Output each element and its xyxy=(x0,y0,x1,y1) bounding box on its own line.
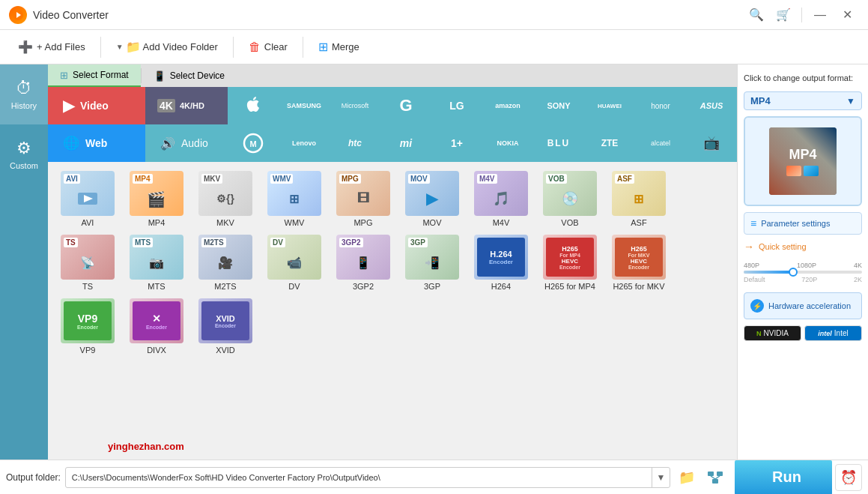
add-files-button[interactable]: ➕ + Add Files xyxy=(6,30,97,64)
slider-thumb[interactable] xyxy=(789,268,798,277)
brand-tv[interactable]: 📺 xyxy=(686,124,737,162)
format-selected-label: MP4 xyxy=(750,95,771,106)
ts-icon: TS 📡 xyxy=(61,235,115,280)
format-mp4[interactable]: MP4 🎬 MP4 xyxy=(123,168,190,230)
alarm-button[interactable]: ⏰ xyxy=(835,464,862,491)
brand-motorola[interactable]: M xyxy=(228,124,279,162)
brand-xiaomi[interactable]: mi xyxy=(380,124,431,162)
cart-icon[interactable]: 🛒 xyxy=(771,4,795,25)
format-h265mp4[interactable]: H265 For MP4 HEVC Encoder H265 for MP4 xyxy=(536,232,604,294)
web-type-button[interactable]: 🌐 Web xyxy=(48,124,145,162)
4k-type-button[interactable]: 4K 4K/HD xyxy=(145,87,228,124)
video-type-button[interactable]: ▶ Video xyxy=(48,87,145,124)
brand-zte[interactable]: ZTE xyxy=(584,124,635,162)
merge-icon: ⊞ xyxy=(318,40,328,54)
gpu-row: N NVIDIA intel Intel xyxy=(744,325,862,341)
format-dv[interactable]: DV 📹 DV xyxy=(261,232,328,294)
mpg-icon: MPG 🎞 xyxy=(336,171,390,216)
format-mov[interactable]: MOV ▶ MOV xyxy=(398,168,466,230)
merge-button[interactable]: ⊞ Merge xyxy=(306,30,371,64)
format-mts[interactable]: MTS 📷 MTS xyxy=(123,232,190,294)
brand-samsung[interactable]: SAMSUNG xyxy=(279,87,330,124)
minimize-button[interactable]: — xyxy=(808,4,832,25)
hardware-acceleration-button[interactable]: ⚡ Hardware acceleration xyxy=(744,292,862,319)
intel-button[interactable]: intel Intel xyxy=(804,325,862,341)
format-dropdown[interactable]: MP4 ▼ xyxy=(744,91,862,110)
nvidia-label: NVIDIA xyxy=(764,329,789,337)
h265mkv-label: H265 for MKV xyxy=(613,282,664,291)
slider-fill xyxy=(744,271,791,274)
add-folder-button[interactable]: ▼ 📁 Add Video Folder xyxy=(104,30,230,64)
format-3gp[interactable]: 3GP 📲 3GP xyxy=(398,232,466,294)
mpg-label: MPG xyxy=(353,218,372,227)
format-3gp2[interactable]: 3GP2 📱 3GP2 xyxy=(330,232,397,294)
titlebar-controls: 🔍 🛒 — ✕ xyxy=(744,4,859,25)
main-container: ⏱ History ⚙ Custom ⊞ Select Format 📱 Sel… xyxy=(0,64,868,460)
format-vob[interactable]: VOB 💿 VOB xyxy=(536,168,604,230)
format-divx[interactable]: ✕ Encoder DIVX xyxy=(123,295,190,358)
brand-amazon[interactable]: amazon xyxy=(482,87,533,124)
vp9-label: VP9 xyxy=(80,346,96,355)
format-mkv[interactable]: MKV ⚙{} MKV xyxy=(192,168,259,230)
format-vp9[interactable]: VP9 Encoder VP9 xyxy=(54,295,121,358)
xvid-label: XVID xyxy=(216,346,235,355)
format-xvid[interactable]: XVID Encoder XVID xyxy=(192,295,259,358)
select-device-tab[interactable]: 📱 Select Device xyxy=(142,64,237,87)
asf-icon: ASF ⊞ xyxy=(612,171,666,216)
format-asf[interactable]: ASF ⊞ ASF xyxy=(605,168,673,230)
wmv-label: WMV xyxy=(285,218,305,227)
sidebar-item-history[interactable]: ⏱ History xyxy=(0,64,48,124)
run-button[interactable]: Run xyxy=(735,460,832,495)
trash-icon: 🗑 xyxy=(249,40,261,54)
parameter-settings-button[interactable]: ≡ Parameter settings xyxy=(744,212,862,235)
format-wmv[interactable]: WMV ⊞ WMV xyxy=(261,168,328,230)
select-format-tab[interactable]: ⊞ Select Format xyxy=(48,64,141,87)
brand-htc[interactable]: htc xyxy=(330,124,380,162)
brand-honor[interactable]: honor xyxy=(635,87,686,124)
format-mpg[interactable]: MPG 🎞 MPG xyxy=(330,168,397,230)
browse-folder-button[interactable]: 📁 xyxy=(675,466,699,490)
brand-asus[interactable]: ASUS xyxy=(686,87,737,124)
3gp-label: 3GP xyxy=(424,282,440,291)
format-avi[interactable]: AVI AVI xyxy=(54,168,121,230)
clear-button[interactable]: 🗑 Clear xyxy=(237,30,300,64)
format-m4v[interactable]: M4V 🎵 M4V xyxy=(467,168,535,230)
svg-rect-8 xyxy=(712,479,718,484)
brand-google[interactable]: G xyxy=(380,87,431,124)
add-files-label: + Add Files xyxy=(37,41,85,52)
brand-alcatel[interactable]: alcatel xyxy=(635,124,686,162)
audio-type-button[interactable]: 🔊 Audio xyxy=(145,124,228,162)
format-h265mkv[interactable]: H265 For MKV HEVC Encoder H265 for MKV xyxy=(605,232,673,294)
brand-nokia[interactable]: NOKIA xyxy=(482,124,533,162)
close-button[interactable]: ✕ xyxy=(835,4,859,25)
web-icon: 🌐 xyxy=(63,135,79,151)
history-icon: ⏱ xyxy=(16,79,32,98)
h264-label: H264 xyxy=(491,282,511,291)
m2ts-icon: M2TS 🎥 xyxy=(198,235,252,280)
search-icon[interactable]: 🔍 xyxy=(744,4,768,25)
nvidia-icon: N xyxy=(756,330,762,337)
brand-blu[interactable]: BLU xyxy=(533,124,584,162)
format-ts[interactable]: TS 📡 TS xyxy=(54,232,121,294)
run-section: Run ⏰ xyxy=(735,460,862,495)
output-path-dropdown[interactable]: ▼ xyxy=(652,468,670,487)
brand-apple[interactable] xyxy=(228,87,279,124)
output-merge-button[interactable] xyxy=(703,466,727,490)
brand-lenovo[interactable]: Lenovo xyxy=(279,124,330,162)
quality-slider-container: 480P 1080P 4K Default 720P 2K xyxy=(744,259,862,286)
format-m2ts[interactable]: M2TS 🎥 M2TS xyxy=(192,232,259,294)
slider-track[interactable] xyxy=(744,271,862,274)
brand-oneplus[interactable]: 1+ xyxy=(431,124,482,162)
sidebar-item-custom[interactable]: ⚙ Custom xyxy=(0,124,48,184)
brand-microsoft[interactable]: Microsoft xyxy=(330,87,380,124)
brand-huawei[interactable]: HUAWEI xyxy=(584,87,635,124)
format-h264[interactable]: H.264 Encoder H264 xyxy=(467,232,535,294)
content-area: ⊞ Select Format 📱 Select Device ▶ Video xyxy=(48,64,737,460)
app-title: Video Converter xyxy=(33,9,744,21)
nvidia-button[interactable]: N NVIDIA xyxy=(744,325,801,341)
output-path-field[interactable]: C:\Users\Documents\WonderFox Soft\HD Vid… xyxy=(65,467,670,488)
brand-sony[interactable]: SONY xyxy=(533,87,584,124)
brand-lg[interactable]: LG xyxy=(431,87,482,124)
h264-icon: H.264 Encoder xyxy=(474,235,528,280)
dv-label: DV xyxy=(288,282,300,291)
